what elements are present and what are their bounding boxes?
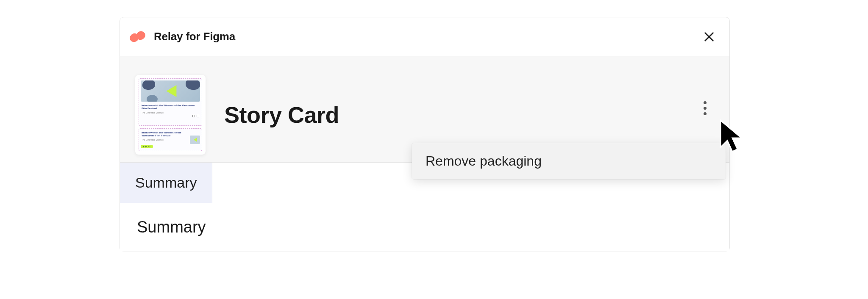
content-heading: Summary: [137, 218, 712, 236]
thumbnail-card-meta: [141, 114, 200, 118]
play-icon: [166, 85, 176, 97]
heart-icon: [192, 115, 195, 117]
app-title: Relay for Figma: [154, 30, 235, 43]
panel-header: Relay for Figma: [120, 17, 729, 56]
thumbnail-card2-subtitle: The Cinematic Lifestyle: [141, 138, 188, 141]
thumbnail-hero-image: [141, 80, 200, 102]
play-pill: ▸ PLAY: [141, 145, 153, 148]
thumbnail-card2-title: Interview with the Winners of the Vancou…: [141, 130, 188, 138]
thumbnail-card-large: Interview with the Winners of the Vancou…: [139, 78, 202, 126]
context-menu: Remove packaging: [412, 143, 726, 179]
menu-item-remove-packaging[interactable]: Remove packaging: [412, 143, 726, 179]
kebab-icon: [704, 101, 707, 104]
share-icon: [197, 115, 199, 117]
content-area: Summary: [120, 203, 729, 252]
component-thumbnail: Interview with the Winners of the Vancou…: [135, 75, 206, 155]
thumbnail-card-title: Interview with the Winners of the Vancou…: [141, 103, 200, 111]
close-button[interactable]: [701, 28, 718, 45]
plugin-panel: Relay for Figma Interview wi: [120, 17, 730, 252]
relay-logo-icon: [129, 31, 146, 42]
thumbnail-card-subtitle: The Cinematic Lifestyle: [141, 111, 200, 114]
tab-summary[interactable]: Summary: [120, 163, 212, 203]
thumbnail-card-small: Interview with the Winners of the Vancou…: [139, 128, 202, 151]
header-left: Relay for Figma: [129, 30, 235, 43]
close-icon: [703, 31, 715, 43]
component-title: Story Card: [224, 102, 339, 128]
thumbnail-mini-image: [190, 136, 200, 144]
play-icon: [194, 138, 197, 142]
more-options-button[interactable]: [699, 99, 711, 117]
